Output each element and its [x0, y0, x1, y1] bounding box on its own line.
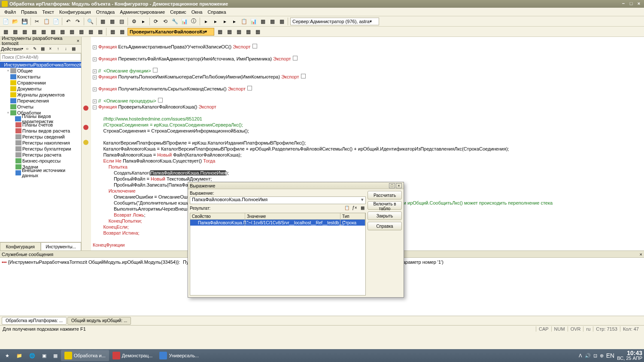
col-type[interactable]: Тип: [340, 213, 365, 219]
tree-search[interactable]: [0, 53, 81, 61]
tb-icon[interactable]: ▸: [230, 17, 239, 26]
tb-icon[interactable]: ▸: [221, 17, 229, 26]
dialog-max-icon[interactable]: □: [389, 183, 395, 188]
menu-file[interactable]: Файл: [2, 9, 18, 15]
dialog-title-bar[interactable]: Выражение □ ×: [188, 182, 404, 189]
save-icon[interactable]: 💾: [20, 17, 29, 26]
server-combo[interactable]: Сервер:Администратор (976), astra ▾: [290, 18, 379, 25]
tb-icon[interactable]: ✎: [31, 45, 38, 52]
tb-icon[interactable]: 📋: [240, 17, 248, 26]
search-input[interactable]: [0, 53, 81, 61]
tb-icon[interactable]: ↑: [55, 45, 61, 52]
menu-debug[interactable]: Отладка: [94, 9, 117, 15]
menu-service[interactable]: Сервис: [167, 9, 189, 15]
col-value[interactable]: Значение: [245, 213, 340, 219]
breakpoint-icon[interactable]: [83, 125, 88, 130]
tb-icon[interactable]: ▦: [216, 27, 224, 36]
arrow-icon[interactable]: [83, 140, 88, 145]
tb-icon[interactable]: 📊: [180, 17, 188, 26]
tb-icon[interactable]: ▦: [58, 27, 67, 36]
menu-text[interactable]: Текст: [39, 9, 57, 15]
tree-root[interactable]: −ИнструментыРазработчикаTormozit: [0, 62, 81, 68]
tb-icon[interactable]: ▦: [11, 27, 19, 36]
tray-icon[interactable]: ᐱ: [579, 353, 582, 359]
tb-icon[interactable]: ▦: [39, 45, 46, 52]
tb-icon[interactable]: ×: [47, 45, 54, 52]
tb-icon[interactable]: ▦: [118, 27, 126, 36]
tb-icon[interactable]: ▦: [67, 27, 76, 36]
tree-item[interactable]: +Общие: [0, 68, 81, 74]
config-tree[interactable]: −ИнструментыРазработчикаTormozit +Общие …: [0, 61, 81, 242]
tree-item[interactable]: Внешние источники данных: [0, 170, 81, 176]
help-button[interactable]: Справка: [368, 222, 402, 230]
close-button[interactable]: Закрыть: [368, 211, 402, 220]
tb-icon[interactable]: ▦: [108, 27, 117, 36]
tb-icon[interactable]: ⟲: [161, 17, 170, 26]
workspace-icon[interactable]: ▦: [50, 350, 61, 361]
tb-icon[interactable]: ▦: [77, 27, 85, 36]
tb-icon[interactable]: ▦: [39, 27, 48, 36]
tb-icon[interactable]: ▦: [253, 27, 262, 36]
tree-item[interactable]: Планы видов расчета: [0, 128, 81, 134]
tb-icon[interactable]: ○: [24, 45, 30, 52]
copy-icon[interactable]: 📋: [42, 17, 51, 26]
tree-item[interactable]: Регистры накопления: [0, 140, 81, 146]
tb-icon[interactable]: ▸: [211, 17, 220, 26]
doc-tab[interactable]: Обработка ирПлатформа: ...: [2, 317, 67, 325]
lang-indicator[interactable]: EN: [606, 352, 614, 359]
menu-edit[interactable]: Правка: [18, 9, 39, 15]
result-grid[interactable]: Свойство Значение Тип ПапкаФайловогоКэша…: [190, 213, 366, 296]
taskbar-app[interactable]: Обработка и...: [61, 350, 109, 361]
tree-item[interactable]: Документы: [0, 86, 81, 92]
tb-icon[interactable]: ▦: [277, 17, 286, 26]
taskbar-app[interactable]: Универсаль...: [156, 350, 202, 361]
close-button[interactable]: ×: [635, 1, 642, 7]
undo-icon[interactable]: ↶: [64, 17, 73, 26]
tb-icon[interactable]: 📊: [249, 17, 258, 26]
new-icon[interactable]: 📄: [1, 17, 10, 26]
paste-icon[interactable]: 📄: [52, 17, 60, 26]
tb-icon[interactable]: ▦: [244, 27, 252, 36]
tb-icon[interactable]: ⓘ: [189, 17, 198, 26]
tree-item[interactable]: Справочники: [0, 80, 81, 86]
cut-icon[interactable]: ✂: [33, 17, 41, 26]
clock[interactable]: 10:43 ВС, 25 АПР: [617, 350, 642, 361]
start-icon[interactable]: ★: [2, 350, 13, 361]
tb-icon[interactable]: ⚙: [130, 17, 138, 26]
tab-tools[interactable]: Инструменты...: [41, 242, 82, 250]
actions-dropdown[interactable]: Действия: [1, 46, 21, 51]
maximize-button[interactable]: □: [628, 1, 635, 7]
volume-icon[interactable]: 🔊: [585, 353, 591, 359]
tree-item[interactable]: Регистры сведений: [0, 134, 81, 140]
open-icon[interactable]: 📂: [11, 17, 19, 26]
col-property[interactable]: Свойство: [190, 213, 245, 219]
tray-icon[interactable]: ⊕: [600, 353, 604, 359]
calculate-button[interactable]: Рассчитать: [368, 191, 402, 199]
find-icon[interactable]: 🔍: [86, 17, 94, 26]
tree-item[interactable]: Планы видов характеристик: [0, 116, 81, 122]
menu-admin[interactable]: Администрирование: [117, 9, 167, 15]
tree-item[interactable]: Журналы документов: [0, 92, 81, 98]
dialog-close-icon[interactable]: ×: [396, 183, 402, 188]
tree-item[interactable]: Регистры бухгалтерии: [0, 146, 81, 152]
tb-icon[interactable]: ▦: [86, 27, 95, 36]
tb-icon[interactable]: ▦: [20, 27, 29, 36]
result-icon[interactable]: 📋: [343, 205, 350, 212]
tb-icon[interactable]: ▦: [225, 27, 234, 36]
tb-icon[interactable]: ▤: [117, 17, 126, 26]
tb-icon[interactable]: ▦: [258, 17, 267, 26]
tb-icon[interactable]: ▦: [1, 27, 10, 36]
menu-windows[interactable]: Окна: [189, 9, 205, 15]
menu-config[interactable]: Конфигурация: [57, 9, 94, 15]
breakpoint-icon[interactable]: [83, 106, 88, 111]
tb-icon[interactable]: ▦: [30, 27, 38, 36]
browser-icon[interactable]: 🌐: [26, 350, 39, 361]
result-icon[interactable]: ƒ×: [351, 205, 358, 212]
minimize-button[interactable]: −: [620, 1, 627, 7]
grid-row[interactable]: ПапкаФайловогоКэша.П... "~/.1cv8/1C/1Cv8…: [190, 220, 365, 226]
tb-icon[interactable]: ▦: [268, 17, 276, 26]
panel-close-icon[interactable]: ×: [77, 38, 79, 43]
tb-icon[interactable]: ▦: [96, 27, 104, 36]
result-icon[interactable]: ▦: [359, 205, 366, 212]
messages-close-icon[interactable]: ×: [640, 252, 642, 257]
